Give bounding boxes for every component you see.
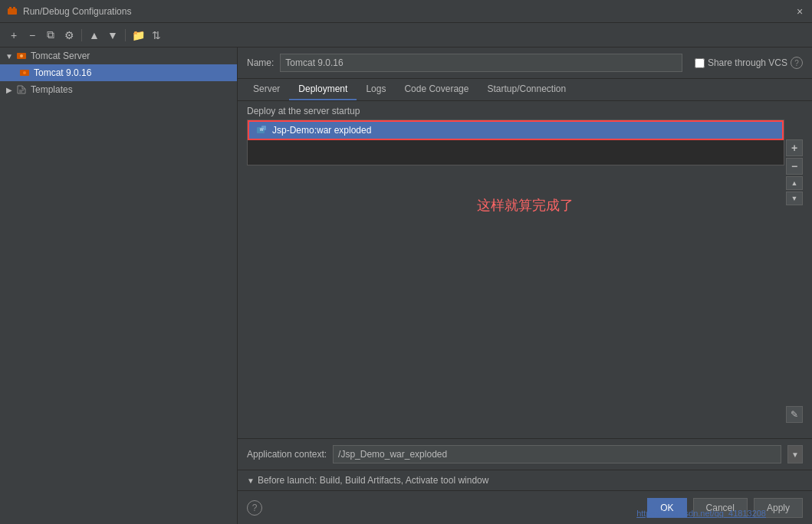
sort-button[interactable]: ⇅: [149, 28, 164, 43]
deploy-list-wrapper: W Jsp-Demo:war exploded: [247, 120, 784, 165]
tab-deployment[interactable]: Deployment: [289, 79, 357, 100]
copy-config-button[interactable]: ⧉: [43, 28, 58, 43]
dialog-title: Run/Debug Configurations: [23, 6, 131, 17]
share-checkbox-area: Share through VCS ?: [695, 57, 803, 69]
deploy-content-wrapper: W Jsp-Demo:war exploded + − ▲: [238, 120, 812, 438]
left-panel: ▼ Tomcat Server Tomcat 9.0.16: [0, 47, 238, 524]
tomcat-item-label: Tomcat 9.0.16: [34, 67, 91, 78]
add-config-button[interactable]: +: [6, 28, 21, 43]
separator: [81, 29, 82, 41]
tree-toggle-templates: ▶: [3, 84, 15, 96]
scroll-buttons: ▲ ▼: [786, 176, 803, 207]
tree-toggle-tomcat: ▼: [3, 50, 15, 62]
deployment-tab-content: Deploy at the server startup W: [238, 101, 812, 490]
name-row: Name: Share through VCS ?: [238, 47, 812, 79]
toolbar: + − ⧉ ⚙ ▲ ▼ 📁 ⇅: [0, 23, 812, 47]
edit-deploy-button[interactable]: ✎: [786, 406, 803, 423]
svg-rect-0: [8, 8, 17, 15]
scroll-up-button[interactable]: ▲: [786, 176, 803, 190]
tomcat-item[interactable]: Tomcat 9.0.16: [0, 64, 237, 81]
dialog: + − ⧉ ⚙ ▲ ▼ 📁 ⇅ ▼ Tomcat Server: [0, 23, 812, 524]
side-action-buttons: + −: [786, 139, 803, 176]
svg-point-6: [23, 71, 26, 74]
svg-text:W: W: [260, 127, 264, 132]
folder-button[interactable]: 📁: [130, 28, 146, 43]
tomcat-server-label: Tomcat Server: [31, 51, 90, 61]
war-exploded-icon: W: [255, 124, 268, 136]
right-panel: Name: Share through VCS ? Server Deploym…: [238, 47, 812, 524]
svg-point-4: [20, 54, 23, 57]
deploy-at-startup-label: Deploy at the server startup: [238, 101, 812, 120]
deploy-item-label: Jsp-Demo:war exploded: [272, 125, 371, 136]
share-help-icon[interactable]: ?: [791, 57, 803, 69]
bottom-left: ?: [247, 500, 262, 516]
before-launch-section: ▼ Before launch: Build, Build Artifacts,…: [238, 470, 812, 490]
remove-config-button[interactable]: −: [25, 28, 40, 43]
close-icon[interactable]: ×: [794, 5, 806, 18]
svg-rect-2: [13, 7, 15, 9]
share-label: Share through VCS: [708, 57, 787, 68]
tomcat-server-group[interactable]: ▼ Tomcat Server: [0, 47, 237, 64]
svg-rect-1: [9, 7, 12, 9]
move-down-button[interactable]: ▼: [105, 28, 120, 43]
app-context-input[interactable]: [333, 445, 781, 463]
share-checkbox[interactable]: [695, 58, 705, 68]
add-deploy-button[interactable]: +: [786, 139, 803, 156]
scroll-down-button[interactable]: ▼: [786, 192, 803, 205]
annotation-text: 这样就算完成了: [238, 165, 812, 245]
tab-code-coverage[interactable]: Code Coverage: [395, 79, 478, 100]
separator-2: [125, 29, 126, 41]
move-up-button[interactable]: ▲: [87, 28, 102, 43]
tab-server[interactable]: Server: [244, 79, 289, 100]
help-button[interactable]: ?: [247, 500, 262, 516]
name-label: Name:: [247, 57, 274, 68]
app-context-row: Application context: ▼: [238, 438, 812, 470]
title-bar: Run/Debug Configurations ×: [0, 0, 812, 23]
settings-button[interactable]: ⚙: [61, 28, 77, 43]
tab-logs[interactable]: Logs: [357, 79, 395, 100]
before-launch-header[interactable]: ▼ Before launch: Build, Build Artifacts,…: [247, 475, 803, 486]
app-context-dropdown[interactable]: ▼: [787, 445, 803, 463]
before-launch-label: Before launch: Build, Build Artifacts, A…: [258, 475, 489, 486]
bottom-bar: ? OK Cancel Apply: [238, 490, 812, 524]
tab-startup-connection[interactable]: Startup/Connection: [478, 79, 575, 100]
remove-deploy-button[interactable]: −: [786, 158, 803, 175]
tomcat-server-icon: [15, 50, 28, 62]
templates-icon: [15, 84, 28, 96]
templates-label: Templates: [31, 84, 73, 95]
templates-item[interactable]: ▶ Templates: [0, 81, 237, 98]
app-context-label: Application context:: [247, 449, 327, 460]
name-input[interactable]: [280, 54, 682, 72]
deploy-item[interactable]: W Jsp-Demo:war exploded: [248, 120, 784, 140]
tomcat-item-icon: [18, 67, 31, 79]
content-area: ▼ Tomcat Server Tomcat 9.0.16: [0, 47, 812, 524]
app-icon: [6, 5, 18, 18]
tabs-bar: Server Deployment Logs Code Coverage Sta…: [238, 79, 812, 101]
watermark-link[interactable]: https://blog.csdn.net/qq_41813208: [636, 509, 766, 518]
